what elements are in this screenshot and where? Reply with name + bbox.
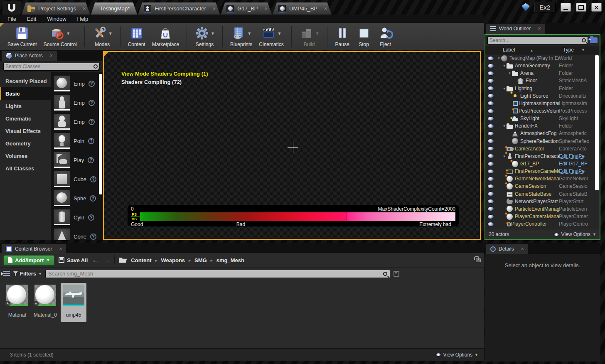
outliner-view-options[interactable]: View Options ▼: [553, 231, 596, 237]
edit-blueprint-link[interactable]: Edit FirstPe: [559, 153, 594, 159]
visibility-eye-icon[interactable]: [487, 154, 494, 158]
help-icon[interactable]: ?: [90, 176, 96, 182]
document-tab-ump45-bp[interactable]: UMP45_BP×: [273, 2, 332, 15]
place-actor-item[interactable]: Play?: [54, 150, 103, 170]
expand-arrow-icon[interactable]: ▾: [502, 86, 507, 91]
document-tab-firstpersoncharacter[interactable]: FirstPersonCharacter×: [138, 2, 220, 15]
scrollbar-thumb[interactable]: [595, 55, 599, 190]
outliner-row-networkplayerstart[interactable]: NetworkPlayerStartPlayerStart: [485, 198, 600, 205]
close-icon[interactable]: ×: [50, 53, 53, 59]
visibility-eye-icon[interactable]: [487, 79, 494, 83]
modes-button[interactable]: ▼Modes: [89, 25, 116, 48]
visibility-eye-icon[interactable]: [487, 199, 494, 204]
save-current-button[interactable]: Save Current: [4, 25, 40, 48]
expand-arrow-icon[interactable]: ▾: [502, 124, 507, 128]
asset-search-input[interactable]: [48, 271, 383, 277]
edit-blueprint-link[interactable]: Edit G17_BF: [559, 161, 594, 167]
visibility-eye-icon[interactable]: [487, 146, 494, 151]
marketplace-gem-icon[interactable]: [521, 3, 530, 12]
visibility-eye-icon[interactable]: [487, 177, 494, 181]
outliner-row-gamestatebase[interactable]: GameStateBaseGameStateB: [485, 190, 600, 198]
save-search-icon[interactable]: [393, 271, 399, 277]
expand-arrow-icon[interactable]: ▾: [502, 154, 507, 158]
outliner-row-lighting[interactable]: ▾LightingFolder: [485, 85, 600, 92]
place-actor-item[interactable]: Emp?: [54, 74, 103, 93]
pause-button[interactable]: Pause: [332, 25, 353, 48]
breadcrumb-weapons[interactable]: Weapons: [161, 257, 185, 263]
expand-arrow-icon[interactable]: ▾: [502, 64, 507, 68]
breadcrumb-smg[interactable]: SMG: [194, 257, 207, 263]
content-view-options[interactable]: View Options ▼: [435, 352, 478, 358]
save-all-button[interactable]: Save All: [59, 257, 88, 263]
column-type[interactable]: Type▼: [563, 47, 600, 53]
outliner-row-lightmassimportan[interactable]: LightmassImportanLightmassIm: [485, 100, 600, 107]
back-button[interactable]: ←: [92, 256, 99, 264]
category-recently-placed[interactable]: Recently Placed: [0, 75, 51, 87]
chevron-down-icon[interactable]: ▼: [108, 31, 113, 36]
document-tab-g17-bp[interactable]: G17_BP×: [221, 2, 272, 15]
category-basic[interactable]: Basic: [0, 87, 51, 100]
visibility-eye-icon[interactable]: [487, 101, 494, 106]
asset-search-box[interactable]: [45, 270, 390, 278]
outliner-row-skylight[interactable]: SkyLightSkyLight: [485, 115, 600, 122]
blueprints-button[interactable]: ▼Blueprints: [227, 25, 256, 48]
place-actor-item[interactable]: Cube?: [54, 170, 103, 189]
close-tab-icon[interactable]: ×: [79, 5, 86, 12]
visibility-eye-icon[interactable]: [487, 116, 494, 121]
outliner-row-arenageometry[interactable]: ▾ArenaGeometryFolder: [485, 62, 600, 69]
outliner-row-atmosphericfog[interactable]: AtmosphericFogAtmospheric: [485, 130, 600, 137]
help-icon[interactable]: ?: [88, 138, 94, 144]
help-icon[interactable]: ?: [90, 234, 96, 240]
outliner-row-g17-bp[interactable]: G17_BPEdit G17_BF: [485, 160, 600, 167]
help-icon[interactable]: ?: [88, 214, 94, 221]
document-tab-testingmap[interactable]: TestingMap*: [91, 2, 138, 15]
eject-button[interactable]: Eject: [375, 25, 396, 48]
outliner-row-renderfx[interactable]: ▾RenderFXFolder: [485, 122, 600, 130]
help-icon[interactable]: ?: [89, 81, 95, 87]
close-tab-icon[interactable]: ×: [209, 5, 216, 12]
edit-blueprint-link[interactable]: Edit FirstPe: [559, 168, 594, 174]
outliner-row-cameraactor[interactable]: CameraActorCameraActo: [485, 145, 600, 152]
settings-button[interactable]: ▼Settings: [191, 25, 218, 48]
asset-material-0[interactable]: ★Material_0: [32, 283, 59, 322]
outliner-row-testingmap-play-in-edit[interactable]: ▾TestingMap (Play In EditWorld: [485, 54, 600, 62]
outliner-row-gamesession[interactable]: GameSessionGameSessio: [485, 182, 600, 190]
search-classes-input[interactable]: [5, 64, 93, 69]
add-import-button[interactable]: Add/Import ▼: [3, 255, 54, 266]
category-lights[interactable]: Lights: [0, 100, 51, 112]
visibility-eye-icon[interactable]: [487, 184, 494, 189]
visibility-eye-icon[interactable]: [487, 139, 494, 143]
menu-file[interactable]: File: [7, 16, 16, 22]
visibility-eye-icon[interactable]: [487, 64, 494, 68]
tab-details[interactable]: i Details ×: [486, 244, 528, 254]
source-control-button[interactable]: ▼Source Control: [40, 25, 80, 48]
chevron-down-icon[interactable]: ▼: [211, 31, 215, 36]
close-tab-icon[interactable]: ×: [321, 5, 327, 12]
level-viewport[interactable]: View Mode Shaders Compiling (1) Shaders …: [103, 51, 481, 240]
close-icon[interactable]: ×: [538, 26, 541, 32]
outliner-row-floor[interactable]: FloorStaticMeshA: [485, 77, 600, 84]
close-icon[interactable]: ×: [59, 246, 62, 252]
column-label[interactable]: Label▲: [485, 47, 563, 53]
expand-arrow-icon[interactable]: ▾: [497, 56, 501, 60]
help-icon[interactable]: ?: [90, 195, 96, 202]
chevron-down-icon[interactable]: ▼: [278, 31, 282, 36]
visibility-eye-icon[interactable]: [487, 169, 494, 174]
place-actor-item[interactable]: Cone?: [54, 227, 103, 240]
category-all-classes[interactable]: All Classes: [0, 162, 51, 175]
outliner-row-firstpersoncharacter[interactable]: ▾FirstPersonCharacterEdit FirstPe: [485, 152, 600, 160]
add-folder-icon[interactable]: [590, 37, 598, 43]
category-visual-effects[interactable]: Visual Effects: [0, 125, 51, 137]
category-cinematic[interactable]: Cinematic: [0, 112, 51, 125]
close-icon[interactable]: ×: [521, 246, 524, 252]
asset-ump45[interactable]: ump45: [61, 283, 86, 322]
scrollbar-thumb[interactable]: [99, 74, 102, 194]
help-icon[interactable]: ?: [89, 100, 95, 106]
outliner-row-gamenetworkmanage[interactable]: GameNetworkManageGameNetwor: [485, 175, 600, 182]
sources-panel-icon[interactable]: [3, 271, 10, 276]
cinematics-button[interactable]: ▼Cinematics: [256, 25, 287, 48]
close-tab-icon[interactable]: ×: [261, 5, 268, 12]
place-actor-item[interactable]: Cylir?: [54, 208, 103, 227]
unlock-icon[interactable]: [476, 258, 481, 262]
category-volumes[interactable]: Volumes: [0, 150, 51, 162]
